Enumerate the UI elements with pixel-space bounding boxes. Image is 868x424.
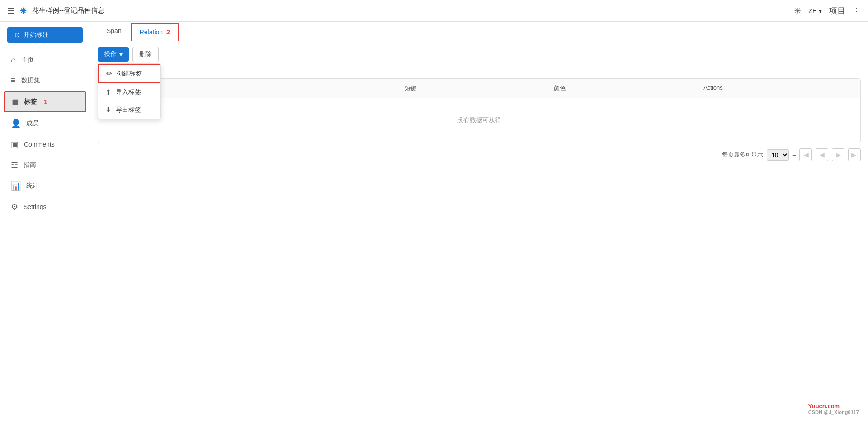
ops-dropdown-icon: ▾ [119, 51, 123, 58]
start-btn-icon: ⊙ [14, 31, 20, 38]
relation-annotation-num: 2 [166, 29, 170, 36]
per-page-label: 每页最多可显示 [722, 151, 763, 159]
topbar-title: 花生样例--登记品种信息 [32, 6, 104, 15]
prev-page-icon: ◀ [820, 151, 825, 158]
pagination: 每页最多可显示 10 20 50 – |◀ ◀ ▶ ▶| [90, 143, 868, 167]
create-icon: ✏ [106, 69, 112, 78]
topbar-right: ☀ ZH ▾ 项目 ⋮ [794, 5, 861, 16]
dropdown-export-label: 导出标签 [116, 106, 141, 114]
pagination-next-btn[interactable]: ▶ [832, 148, 844, 161]
start-btn-label: 开始标注 [24, 31, 49, 39]
topbar-left: ☰ ❋ 花生样例--登记品种信息 [7, 6, 794, 16]
topbar: ☰ ❋ 花生样例--登记品种信息 ☀ ZH ▾ 项目 ⋮ [0, 0, 868, 22]
table-header-actions: Actions [703, 84, 853, 92]
next-page-icon: ▶ [836, 151, 841, 158]
table-header-shortkey: 短键 [405, 84, 554, 92]
ops-label: 操作 [104, 50, 117, 58]
delete-button[interactable]: 删除 [132, 47, 159, 62]
last-page-icon: ▶| [851, 151, 858, 158]
toolbar: 操作 ▾ ✏ 创建标签 ⬆ 导入标签 ⬇ 导出标签 [90, 41, 868, 67]
table-header: 短键 颜色 Actions [98, 79, 860, 98]
sidebar-item-dataset[interactable]: ≡ 数据集 [4, 71, 86, 90]
pagination-separator: – [793, 152, 796, 158]
sidebar-label-label: 标签 [24, 98, 37, 106]
sidebar-item-stats[interactable]: 📊 统计 [4, 176, 86, 195]
main-content: Span Relation 2 操作 ▾ ✏ 创建标签 [90, 22, 868, 424]
pagination-last-btn[interactable]: ▶| [848, 148, 861, 161]
per-page-select[interactable]: 10 20 50 [767, 149, 789, 161]
dataset-icon: ≡ [11, 76, 16, 85]
table-container: 短键 颜色 Actions 没有数据可获得 [98, 78, 861, 143]
layout: ⊙ 开始标注 ⌂ 主页 ≡ 数据集 ◼ 标签 1 👤 成员 ▣ Comments… [0, 22, 868, 424]
logo-icon: ❋ [20, 6, 27, 16]
dropdown-create-label: 创建标签 [117, 70, 142, 78]
start-annotate-button[interactable]: ⊙ 开始标注 [7, 27, 83, 43]
dropdown-item-export[interactable]: ⬇ 导出标签 [98, 101, 160, 119]
dropdown-item-import[interactable]: ⬆ 导入标签 [98, 83, 160, 101]
tab-span-label: Span [107, 27, 122, 34]
member-icon: 👤 [11, 119, 21, 129]
sidebar-label-member: 成员 [26, 119, 39, 128]
sidebar-label-home: 主页 [21, 56, 34, 64]
table-empty-message: 没有数据可获得 [98, 98, 860, 143]
label-icon: ◼ [12, 97, 19, 107]
sidebar-label-dataset: 数据集 [21, 76, 40, 85]
project-label[interactable]: 项目 [829, 5, 845, 16]
sidebar-label-settings: Settings [24, 203, 47, 210]
menu-icon[interactable]: ☰ [7, 6, 14, 16]
tab-relation[interactable]: Relation 2 [131, 23, 179, 41]
table-header-color: 颜色 [554, 84, 703, 92]
sidebar-item-settings[interactable]: ⚙ Settings [4, 197, 86, 216]
label-annotation-num: 1 [44, 98, 47, 105]
tab-span[interactable]: Span [98, 22, 131, 41]
pagination-prev-btn[interactable]: ◀ [816, 148, 828, 161]
sidebar-item-label[interactable]: ◼ 标签 1 [4, 91, 86, 112]
guide-icon: ☲ [11, 160, 18, 170]
dropdown-import-label: 导入标签 [116, 88, 141, 96]
import-icon: ⬆ [105, 88, 111, 96]
sidebar-item-home[interactable]: ⌂ 主页 [4, 51, 86, 69]
sidebar-item-member[interactable]: 👤 成员 [4, 114, 86, 133]
lang-label: ZH [808, 7, 817, 14]
ops-dropdown-menu: ✏ 创建标签 ⬆ 导入标签 ⬇ 导出标签 [98, 63, 161, 119]
export-icon: ⬇ [105, 105, 111, 114]
ops-button[interactable]: 操作 ▾ [98, 47, 129, 62]
ops-dropdown-wrapper: 操作 ▾ ✏ 创建标签 ⬆ 导入标签 ⬇ 导出标签 [98, 47, 129, 62]
tab-relation-label: Relation [140, 29, 163, 36]
lang-dropdown-icon: ▾ [819, 7, 822, 14]
sidebar-label-guide: 指南 [24, 161, 36, 169]
sidebar-item-comments[interactable]: ▣ Comments [4, 135, 86, 154]
comments-icon: ▣ [11, 139, 19, 149]
home-icon: ⌂ [11, 55, 16, 65]
sidebar-item-guide[interactable]: ☲ 指南 [4, 156, 86, 175]
first-page-icon: |◀ [802, 151, 809, 158]
sidebar: ⊙ 开始标注 ⌂ 主页 ≡ 数据集 ◼ 标签 1 👤 成员 ▣ Comments… [0, 22, 90, 424]
lang-selector[interactable]: ZH ▾ [808, 7, 822, 14]
more-icon[interactable]: ⋮ [853, 6, 861, 16]
sun-icon[interactable]: ☀ [794, 6, 801, 16]
delete-label: 删除 [139, 50, 152, 57]
table-section: 3 短键 颜色 Actions 没有数据可获得 [90, 67, 868, 143]
settings-icon: ⚙ [11, 202, 18, 212]
sidebar-label-comments: Comments [24, 141, 55, 148]
dropdown-item-create[interactable]: ✏ 创建标签 [98, 64, 160, 83]
stats-icon: 📊 [11, 181, 21, 191]
sidebar-label-stats: 统计 [26, 182, 39, 190]
pagination-first-btn[interactable]: |◀ [799, 148, 812, 161]
tabs-bar: Span Relation 2 [90, 22, 868, 41]
